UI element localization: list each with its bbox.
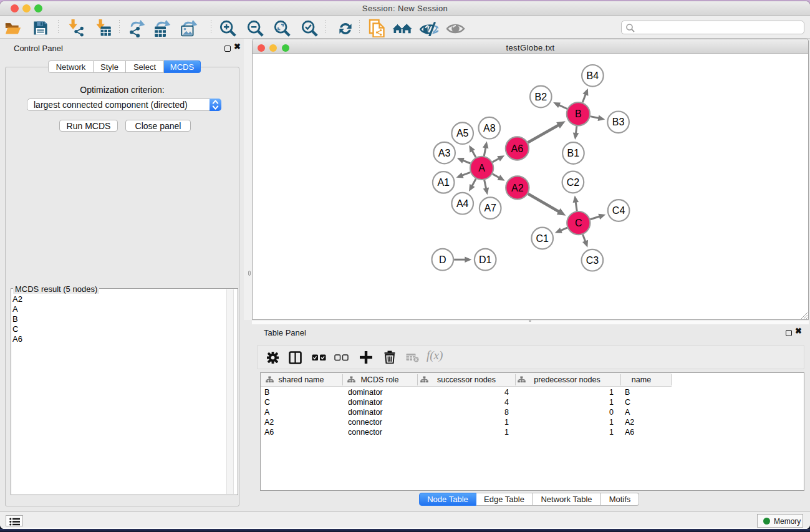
svg-text:C: C [575,218,582,228]
svg-text:A3: A3 [438,148,451,158]
svg-text:B3: B3 [612,117,625,127]
svg-text:C3: C3 [586,255,599,266]
svg-text:A7: A7 [484,203,496,213]
svg-text:C4: C4 [612,205,625,216]
svg-text:C1: C1 [536,233,549,244]
svg-text:A5: A5 [456,128,469,138]
svg-text:A: A [478,163,485,173]
svg-text:A2: A2 [511,183,524,193]
svg-text:D: D [439,254,446,265]
svg-text:B4: B4 [587,70,599,81]
svg-text:A1: A1 [437,177,450,188]
svg-text:B2: B2 [535,92,547,102]
svg-text:C2: C2 [567,177,580,188]
svg-text:D1: D1 [479,254,492,265]
svg-text:B: B [575,109,582,119]
svg-text:B1: B1 [567,148,580,158]
svg-text:A6: A6 [511,143,524,154]
svg-text:A8: A8 [483,123,496,133]
svg-text:A4: A4 [456,198,469,209]
